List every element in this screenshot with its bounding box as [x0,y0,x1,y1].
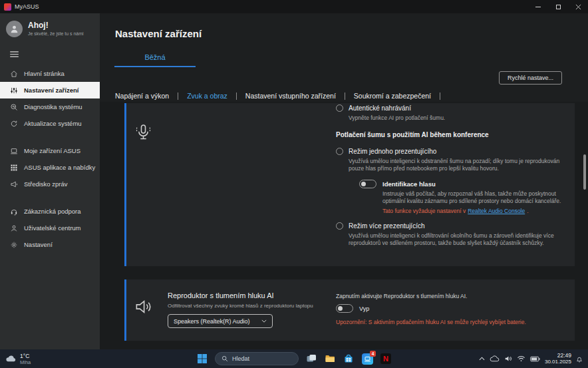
sidebar-item-moje-zarizeni-asus[interactable]: Moje zařízení ASUS [0,142,100,159]
voice-id-label: Identifikace hlasu [382,180,436,188]
wifi-icon [517,355,525,362]
dropdown-value: Speakers (Realtek(R) Audio) [174,318,250,325]
profile[interactable]: Ahoj! Je skvělé, že jste tu s námi [0,13,100,41]
close-button[interactable] [568,0,588,13]
subnav-item-napajeni-a-vykon[interactable]: Napájení a výkon [115,92,178,100]
sidebar-item-asus-aplikace[interactable]: ASUS aplikace a nabídky [0,159,100,176]
myasus-window: MyASUS Ahoj! Je skvělé, že jste tu s nám… [0,0,588,368]
greeting-text: Ahoj! [28,21,84,30]
option-multi-presenter: Režim více prezentujících [336,222,565,230]
speaker-toggle-caption: Zapnutím aktivujte Reproduktor s tlumení… [336,293,565,299]
weather-widget[interactable]: 1°C Mlha [0,353,31,365]
sidebar-item-diagnostika-systemu[interactable]: Diagnostika systému [0,98,100,115]
tab-bezna[interactable]: Běžná [114,53,196,67]
main-panel: Nastavení zařízení Běžná Rychlé nastave.… [100,13,588,349]
netflix-button[interactable]: N [380,353,392,365]
user-center-icon [10,224,18,232]
speaker-device-dropdown[interactable]: Speakers (Realtek(R) Audio) [168,314,273,328]
titlebar: MyASUS [0,0,588,13]
scrollbar-thumb[interactable] [583,154,586,190]
close-icon [575,4,581,10]
sidebar-item-uzivatelske-centrum[interactable]: Uživatelské centrum [0,220,100,236]
notification-badge: 4 [370,351,376,357]
speaker-right-column: Zapnutím aktivujte Reproduktor s tlumení… [336,293,565,325]
radio-multi-presenter[interactable] [336,222,343,230]
subnav-item-zvuk-a-obraz[interactable]: Zvuk a obraz [178,92,236,100]
menu-toggle-button[interactable] [10,48,19,60]
clock[interactable]: 22:49 30.01.2025 [545,352,571,365]
voice-id-toggle[interactable] [359,180,376,188]
minimize-icon [535,7,541,7]
speaker-left-column: Reproduktor s tlumením hluku AI Odfiltro… [168,291,334,328]
option-single-presenter: Režim jednoho prezentujícího [336,147,565,156]
profile-text: Ahoj! Je skvělé, že jste tu s námi [28,21,84,36]
minimize-button[interactable] [528,0,548,13]
sidebar-item-label: Nastavení [24,241,53,248]
subnav-item-soukromi[interactable]: Soukromí a zabezpečení [345,92,440,100]
tray-expand-button[interactable] [479,357,485,361]
sidebar-item-label: ASUS aplikace a nabídky [24,164,95,171]
chevron-down-icon [261,319,267,323]
scrollbar[interactable] [583,103,586,347]
network-button[interactable] [517,355,525,362]
sidebar-item-nastaveni-zarizeni[interactable]: Nastavení zařízení [0,82,100,98]
system-update-icon [10,120,18,128]
sidebar-item-label: Středisko zpráv [24,180,67,188]
quick-settings-button[interactable]: Rychlé nastave... [499,71,562,85]
battery-icon [530,356,540,362]
battery-button[interactable] [530,356,540,362]
sidebar-item-zakaznicka-podpora[interactable]: Zákaznická podpora [0,203,100,220]
toggle-knob-icon [361,182,366,186]
taskbar-search[interactable]: Hledat [215,352,299,365]
start-button[interactable] [196,353,208,365]
sidebar-item-hlavni-stranka[interactable]: Hlavní stránka [0,65,100,82]
option-label: Autentické nahrávání [349,104,411,112]
sidebar-item-label: Aktualizace systému [24,120,82,127]
gear-icon [10,241,18,249]
user-icon [9,24,19,34]
laptop-icon [10,147,18,155]
maximize-button[interactable] [548,0,568,13]
option-authentic-recording: Autentické nahrávání [336,104,565,112]
megaphone-icon [10,180,18,188]
maximize-icon [556,5,561,9]
clock-date: 30.01.2025 [545,359,571,365]
sidebar-item-stredisko-zprav[interactable]: Středisko zpráv [0,176,100,192]
apps-grid-icon [10,164,18,172]
task-view-button[interactable] [305,353,317,365]
window-title: MyASUS [15,3,39,10]
radio-authentic-recording[interactable] [336,104,343,112]
file-explorer-button[interactable] [324,353,336,365]
voice-id-note: Tato funkce vyžaduje nastavení vRealtek … [382,208,565,215]
speaker-anc-toggle[interactable] [336,304,353,313]
subnav-item-vstupni-zarizeni[interactable]: Nastavení vstupního zařízení [237,92,345,100]
mic-section: Autentické nahrávání Vypněte funkce AI p… [124,103,575,266]
speaker-section-subtitle: Odfiltrovat všechny zvuky kromě hlasů z … [168,303,334,309]
onedrive-button[interactable] [490,355,500,362]
sidebar: Ahoj! Je skvělé, že jste tu s námi Hlavn… [0,13,100,349]
notifications-button[interactable] [576,355,583,363]
clock-time: 22:49 [545,352,571,359]
sidebar-item-label: Zákaznická podpora [24,208,81,215]
note-suffix: . [527,208,528,214]
battery-warning: Upozornění: S aktivním potlačením hluku … [336,319,565,325]
sidebar-item-label: Moje zařízení ASUS [24,147,80,154]
mic-options-column: Autentické nahrávání Vypněte funkce AI p… [336,103,565,247]
toggle-state-label: Vyp [359,305,369,312]
ai-conference-group-title: Potlačení šumu s použitím AI během konfe… [336,131,565,138]
radio-single-presenter[interactable] [336,148,343,155]
realtek-audio-console-link[interactable]: Realtek Audio Console [468,208,525,214]
folder-icon [325,353,335,364]
diagnostics-icon [10,103,18,111]
store-button[interactable] [343,353,355,365]
volume-icon [504,355,512,363]
avatar[interactable] [6,21,23,37]
volume-button[interactable] [504,355,512,363]
toggle-knob-icon [338,306,343,311]
sidebar-item-nastaveni[interactable]: Nastavení [0,236,100,253]
speaker-section: Reproduktor s tlumením hluku AI Odfiltro… [124,279,575,341]
sidebar-item-aktualizace-systemu[interactable]: Aktualizace systému [0,115,100,132]
search-placeholder: Hledat [232,355,249,362]
myasus-taskbar-button[interactable]: 4 [361,353,373,365]
sidebar-item-label: Hlavní stránka [24,70,65,77]
